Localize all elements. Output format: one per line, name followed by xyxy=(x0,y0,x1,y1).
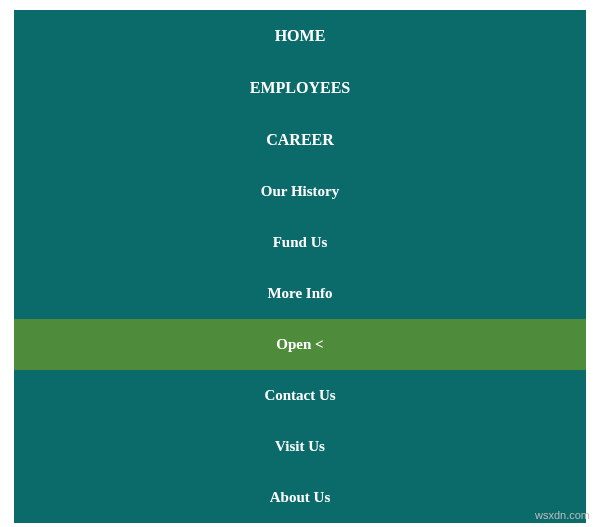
nav-item-employees[interactable]: EMPLOYEES xyxy=(14,62,586,114)
nav-item-visit-us[interactable]: Visit Us xyxy=(14,421,586,472)
nav-item-about-us[interactable]: About Us xyxy=(14,472,586,523)
nav-item-career[interactable]: CAREER xyxy=(14,114,586,166)
nav-item-home[interactable]: HOME xyxy=(14,10,586,62)
vertical-nav: HOME EMPLOYEES CAREER Our History Fund U… xyxy=(14,10,586,523)
nav-item-contact-us[interactable]: Contact Us xyxy=(14,370,586,421)
nav-item-our-history[interactable]: Our History xyxy=(14,166,586,217)
nav-item-more-info[interactable]: More Info xyxy=(14,268,586,319)
nav-item-fund-us[interactable]: Fund Us xyxy=(14,217,586,268)
watermark-text: wsxdn.com xyxy=(535,509,590,521)
nav-item-open-dropdown[interactable]: Open < xyxy=(14,319,586,370)
